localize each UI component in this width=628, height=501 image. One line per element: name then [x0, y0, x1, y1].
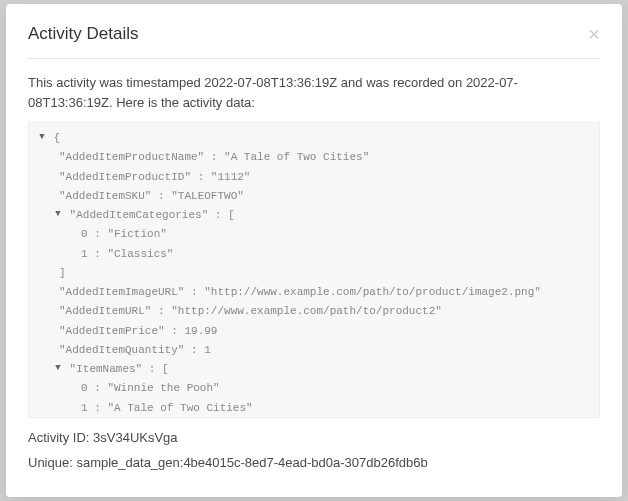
activity-id-label: Activity ID:: [28, 430, 93, 445]
json-row: "AddedItemImageURL" : "http://www.exampl…: [37, 283, 591, 302]
json-row: "AddedItemURL" : "http://www.example.com…: [37, 302, 591, 321]
json-row: "AddedItemProductID" : "1112": [37, 168, 591, 187]
json-array-item: 1 : "A Tale of Two Cities": [37, 399, 591, 418]
json-row: "AddedItemQuantity" : 1: [37, 341, 591, 360]
json-row: "AddedItemPrice" : 19.99: [37, 322, 591, 341]
activity-id-value: 3sV34UKsVga: [93, 430, 178, 445]
json-array-close: ]: [37, 264, 591, 283]
close-icon[interactable]: ×: [588, 24, 600, 44]
toggle-icon[interactable]: ▼: [53, 361, 63, 377]
unique-line: Unique: sample_data_gen:4be4015c-8ed7-4e…: [28, 455, 600, 470]
json-array-item: 1 : "Classics": [37, 245, 591, 264]
activity-description: This activity was timestamped 2022-07-08…: [28, 73, 600, 112]
activity-id-line: Activity ID: 3sV34UKsVga: [28, 430, 600, 445]
json-row-array: ▼ "ItemNames" : [: [37, 360, 591, 379]
json-array-item: 0 : "Winnie the Pooh": [37, 379, 591, 398]
toggle-icon[interactable]: ▼: [53, 207, 63, 223]
divider: [28, 58, 600, 59]
json-array-item: 0 : "Fiction": [37, 225, 591, 244]
json-row: "AddedItemSKU" : "TALEOFTWO": [37, 187, 591, 206]
activity-details-modal: Activity Details × This activity was tim…: [6, 4, 622, 497]
unique-value: sample_data_gen:4be4015c-8ed7-4ead-bd0a-…: [76, 455, 427, 470]
json-viewer: ▼ { "AddedItemProductName" : "A Tale of …: [28, 122, 600, 418]
json-row: "AddedItemProductName" : "A Tale of Two …: [37, 148, 591, 167]
unique-label: Unique:: [28, 455, 76, 470]
json-row-array: ▼ "AddedItemCategories" : [: [37, 206, 591, 225]
modal-title: Activity Details: [28, 24, 139, 44]
modal-header: Activity Details ×: [28, 24, 600, 44]
toggle-icon[interactable]: ▼: [37, 130, 47, 146]
json-root-open: ▼ {: [37, 129, 591, 148]
